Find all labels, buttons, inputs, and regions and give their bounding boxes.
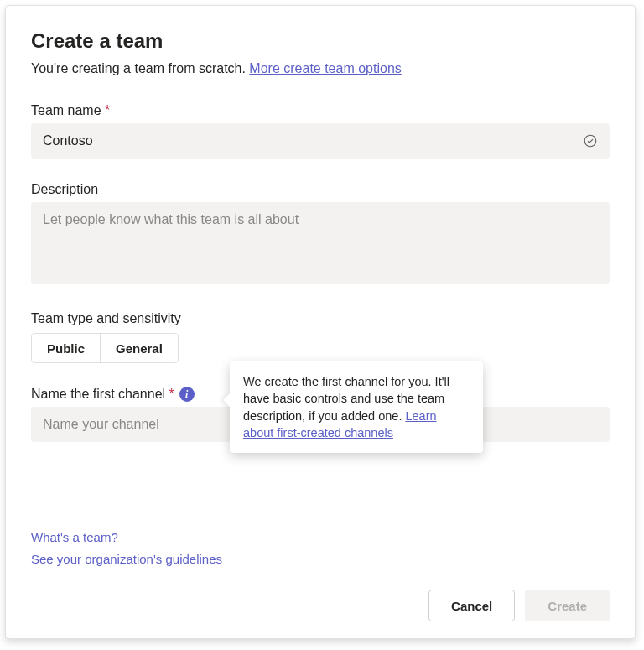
channel-section: Name the first channel * i We create the… [31,387,610,442]
more-options-link[interactable]: More create team options [249,61,401,75]
sensitivity-general-button[interactable]: General [100,334,178,362]
team-name-input[interactable] [31,123,610,159]
description-label: Description [31,182,610,197]
channel-label-text: Name the first channel [31,387,165,401]
team-name-label: Team name * [31,103,610,118]
checkmark-circle-icon [583,133,598,148]
description-textarea[interactable] [31,202,610,284]
sensitivity-group: Public General [31,333,179,363]
create-team-dialog: Create a team You're creating a team fro… [5,5,636,639]
subtitle-text: You're creating a team from scratch. [31,61,249,75]
sensitivity-label: Team type and sensitivity [31,311,610,326]
create-button: Create [525,590,610,621]
team-name-input-wrap [31,123,610,159]
info-icon[interactable]: i [179,387,195,402]
whats-a-team-link[interactable]: What's a team? [31,527,222,549]
channel-label: Name the first channel * [31,387,174,402]
description-input-wrap [31,202,610,288]
channel-info-tooltip: We create the first channel for you. It'… [230,361,483,453]
footer-links: What's a team? See your organization's g… [31,527,222,569]
org-guidelines-link[interactable]: See your organization's guidelines [31,549,222,570]
team-name-label-text: Team name [31,103,101,117]
required-asterisk: * [169,387,174,401]
svg-point-0 [584,135,596,147]
dialog-title: Create a team [31,29,610,53]
footer-buttons: Cancel Create [428,590,610,621]
dialog-subtitle: You're creating a team from scratch. Mor… [31,61,610,76]
required-asterisk: * [105,103,110,117]
team-type-public-button[interactable]: Public [32,334,100,362]
cancel-button[interactable]: Cancel [428,590,515,621]
